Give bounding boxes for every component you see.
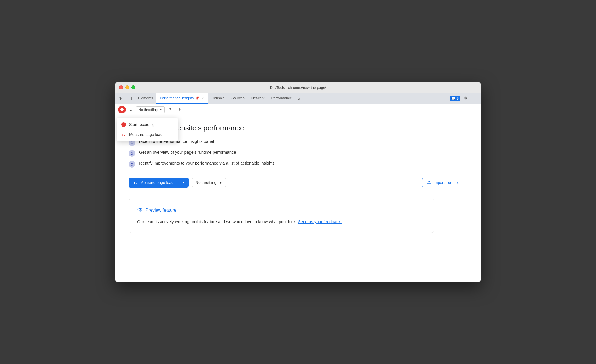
tab-right-actions: 💬 3 ⋮ [450,95,479,102]
flask-icon: ⚗ [137,207,143,214]
start-recording-item[interactable]: Start recording [117,120,178,130]
throttling-arrow-icon: ▼ [159,108,162,111]
tab-performance[interactable]: Performance [268,93,295,104]
tab-sources[interactable]: Sources [228,93,248,104]
main-throttling-dropdown[interactable]: No throttling ▼ [192,178,226,187]
tab-console[interactable]: Console [208,93,228,104]
list-item: 3 Identify improvements to your performa… [129,161,467,168]
record-dot-icon [120,108,124,111]
devtools-window: DevTools - chrome://new-tab-page/ Elemen… [115,82,481,282]
measure-page-load-button[interactable]: Measure page load [129,178,179,188]
title-bar: DevTools - chrome://new-tab-page/ [115,82,481,93]
page-title: ights on your website's performance [129,124,467,132]
dropdown-menu: Start recording Measure page load [117,118,178,141]
import-icon [427,180,431,185]
minimize-button[interactable] [125,85,129,89]
reload-btn-icon [134,180,138,185]
step-number-3: 3 [129,161,135,168]
tab-elements[interactable]: Elements [135,93,156,104]
inspect-tool-icon[interactable] [126,95,134,102]
steps-list: 1 race into the Performance Insights pan… [129,139,467,168]
record-icon [121,122,126,127]
step-number-2: 2 [129,150,135,157]
measure-page-load-item[interactable]: Measure page load [117,130,178,140]
close-tab-icon[interactable]: ✕ [202,96,205,100]
list-item: 1 race into the Performance Insights pan… [129,139,467,146]
upload-button[interactable] [166,106,174,113]
toolbar: ▲ No throttling ▼ Start recording [115,104,481,115]
record-button[interactable] [118,106,126,113]
throttling-dropdown[interactable]: No throttling ▼ [136,106,165,113]
close-button[interactable] [119,85,123,89]
maximize-button[interactable] [131,85,135,89]
pin-icon: 📌 [195,96,199,100]
download-button[interactable] [176,106,184,113]
main-throttling-arrow-icon: ▼ [219,180,222,185]
preview-card-header: ⚗ Preview feature [137,207,425,214]
chat-badge[interactable]: 💬 3 [450,96,460,101]
list-item: 2 Get an overview of your page's runtime… [129,150,467,157]
window-title: DevTools - chrome://new-tab-page/ [270,85,326,90]
preview-feature-card: ⚗ Preview feature Our team is actively w… [129,199,434,233]
more-options-button[interactable]: ⋮ [471,95,479,102]
import-from-file-button[interactable]: Import from file... [422,178,467,187]
chat-icon: 💬 [451,97,455,100]
tab-performance-insights[interactable]: Performance insights 📌 ✕ [156,93,208,104]
feedback-link[interactable]: Send us your feedback. [298,219,342,224]
tab-actions: » [295,95,303,102]
traffic-lights [119,85,135,89]
actions-row: Measure page load ▼ No throttling ▼ Impo… [129,178,467,188]
measure-button-group: Measure page load ▼ [129,178,189,188]
tab-network[interactable]: Network [248,93,268,104]
devtools-tab-bar: Elements Performance insights 📌 ✕ Consol… [115,93,481,104]
measure-dropdown-arrow[interactable]: ▼ [179,178,189,188]
cursor-tool-icon[interactable] [117,95,125,102]
more-tabs-button[interactable]: » [295,95,303,102]
preview-title: Preview feature [146,208,176,213]
preview-text: Our team is actively working on this fea… [137,218,425,225]
dropdown-arrow-button[interactable]: ▲ [127,106,134,113]
reload-icon [121,132,126,137]
svg-rect-0 [128,97,131,100]
settings-button[interactable] [462,95,470,102]
